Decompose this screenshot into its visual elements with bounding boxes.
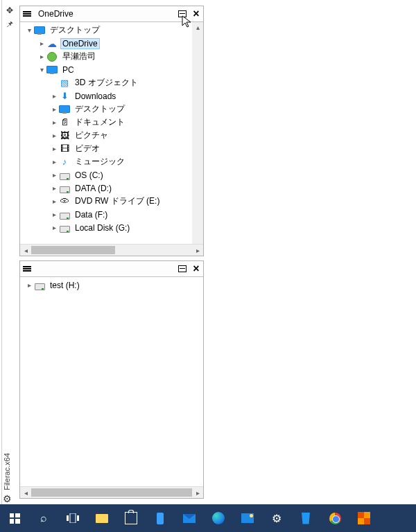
start-button[interactable]	[0, 504, 29, 532]
taskbar-edge[interactable]	[204, 504, 233, 532]
taskbar-app-pix[interactable]	[349, 504, 379, 532]
tree-toggle[interactable]: ▸	[49, 197, 59, 205]
tree-toggle[interactable]: ▸	[49, 184, 59, 192]
tree-toggle[interactable]: ▸	[37, 39, 46, 47]
drive-icon	[59, 209, 70, 220]
photos-icon	[241, 513, 254, 523]
top-pane-title: OneDrive	[34, 9, 175, 19]
tree-toggle[interactable]: ▸	[49, 211, 59, 218]
scroll-left-arrow[interactable]: ◂	[20, 247, 31, 254]
taskbar-recycle[interactable]	[291, 504, 320, 532]
store-icon	[125, 512, 137, 524]
tree-item[interactable]: ▸DATA (D:)	[20, 181, 203, 195]
drive-icon	[34, 280, 45, 291]
top-folder-tree[interactable]: ▴ ▾デスクトップ▸☁OneDrive▸早瀬浩司▾PC▧3D オブジェクト▸⬇D…	[20, 22, 203, 244]
pin-icon[interactable]: 📌︎	[5, 19, 15, 29]
tree-toggle[interactable]: ▾	[24, 26, 34, 34]
tree-item[interactable]: ▸test (H:)	[20, 278, 203, 292]
top-horizontal-scrollbar[interactable]: ◂ ▸	[20, 244, 203, 256]
tree-item[interactable]: ▸Data (F:)	[20, 208, 203, 221]
tree-item-label: test (H:)	[48, 280, 82, 291]
search-icon: ⌕	[40, 512, 47, 524]
taskbar-explorer[interactable]	[87, 504, 116, 532]
app-name-vertical: Filerac.x64	[3, 453, 11, 490]
tree-item[interactable]: ▸早瀬浩司	[20, 50, 203, 63]
taskbar-search-button[interactable]: ⌕	[29, 504, 58, 532]
top-pane-close-button[interactable]: ×	[189, 7, 203, 21]
settings-gear-icon[interactable]: ⚙	[3, 493, 12, 504]
taskview-icon	[67, 513, 79, 523]
tree-toggle[interactable]: ▸	[49, 132, 59, 139]
taskbar-mail[interactable]	[175, 504, 204, 532]
taskbar-photos[interactable]	[233, 504, 262, 532]
bottom-pane-menu-button[interactable]	[20, 262, 34, 276]
tree-item-label: DVD RW ドライブ (E:)	[73, 195, 162, 208]
bottom-pane-close-button[interactable]: ×	[189, 262, 203, 276]
close-icon: ×	[193, 8, 199, 19]
tree-item-label: Data (F:)	[73, 209, 110, 220]
top-pane-menu-button[interactable]	[20, 7, 34, 21]
scroll-right-arrow[interactable]: ▸	[192, 247, 203, 254]
pictures-icon: 🖼︎	[59, 130, 70, 141]
tree-item[interactable]: ▸OS (C:)	[20, 168, 203, 181]
panel-divider	[1, 0, 2, 532]
recycle-bin-icon	[301, 513, 311, 524]
bottom-pane-minimize-button[interactable]	[175, 262, 189, 276]
tree-item[interactable]: ▸☁OneDrive	[20, 37, 203, 50]
scroll-up-arrow[interactable]: ▴	[192, 22, 203, 33]
tree-item[interactable]: ▸📄︎ドキュメント	[20, 116, 203, 129]
bottom-horizontal-scrollbar[interactable]: ◂ ▸	[20, 486, 203, 498]
user-icon	[46, 51, 58, 62]
taskbar-phone[interactable]	[146, 504, 175, 532]
hamburger-icon	[23, 265, 31, 272]
tree-toggle[interactable]: ▸	[49, 92, 59, 100]
3d-icon: ▧	[59, 78, 70, 89]
top-pane-header: OneDrive ×	[20, 6, 203, 22]
taskbar-chrome[interactable]	[320, 504, 349, 532]
tree-toggle[interactable]: ▸	[49, 158, 59, 166]
tree-item[interactable]: ▸🖼︎ピクチャ	[20, 129, 203, 142]
move-handle-icon[interactable]: ✥	[5, 6, 15, 15]
minimize-box-icon	[178, 10, 187, 17]
tree-toggle[interactable]: ▸	[49, 118, 59, 126]
tree-item[interactable]: ▾デスクトップ	[20, 24, 203, 37]
videos-icon: 🎞︎	[59, 143, 70, 154]
phone-icon	[157, 513, 164, 524]
tree-item[interactable]: ▸🎞︎ビデオ	[20, 142, 203, 155]
drive-icon	[59, 183, 70, 194]
tree-item[interactable]: ▸💿︎DVD RW ドライブ (E:)	[20, 195, 203, 208]
taskbar-taskview-button[interactable]	[58, 504, 87, 532]
drive-icon	[59, 170, 70, 181]
svg-rect-4	[67, 515, 69, 521]
tree-item-label: ビデオ	[73, 142, 102, 155]
taskbar-store[interactable]	[116, 504, 146, 532]
tree-toggle[interactable]: ▸	[49, 145, 59, 152]
bottom-folder-pane: × ▸test (H:) ◂ ▸	[19, 260, 204, 499]
chrome-icon	[329, 513, 341, 524]
hamburger-icon	[23, 10, 31, 17]
top-vertical-scrollbar[interactable]: ▴	[192, 22, 203, 244]
tree-item-label: デスクトップ	[73, 103, 127, 116]
tree-item[interactable]: ▸♪ミュージック	[20, 155, 203, 168]
tree-item[interactable]: ▧3D オブジェクト	[20, 76, 203, 89]
tree-toggle[interactable]: ▸	[37, 53, 46, 60]
tree-toggle[interactable]: ▾	[37, 66, 46, 73]
tree-item-label: Local Disk (G:)	[73, 222, 132, 233]
tree-item-label: 3D オブジェクト	[73, 76, 140, 89]
scroll-right-arrow[interactable]: ▸	[192, 489, 203, 497]
tree-item[interactable]: ▸デスクトップ	[20, 103, 203, 116]
tree-item[interactable]: ▾PC	[20, 63, 203, 76]
tree-item[interactable]: ▸Local Disk (G:)	[20, 221, 203, 234]
top-pane-minimize-button[interactable]	[175, 7, 189, 21]
taskbar-settings[interactable]: ⚙	[262, 504, 291, 532]
tree-item[interactable]: ▸⬇Downloads	[20, 89, 203, 103]
downloads-icon: ⬇	[59, 91, 70, 102]
tree-toggle[interactable]: ▸	[49, 105, 59, 113]
tree-item-label: ピクチャ	[73, 129, 110, 142]
bottom-folder-tree[interactable]: ▸test (H:)	[20, 277, 203, 486]
tree-toggle[interactable]: ▸	[24, 281, 34, 289]
tree-toggle[interactable]: ▸	[49, 224, 59, 231]
svg-rect-6	[77, 515, 79, 521]
tree-toggle[interactable]: ▸	[49, 171, 59, 179]
scroll-left-arrow[interactable]: ◂	[20, 489, 31, 497]
